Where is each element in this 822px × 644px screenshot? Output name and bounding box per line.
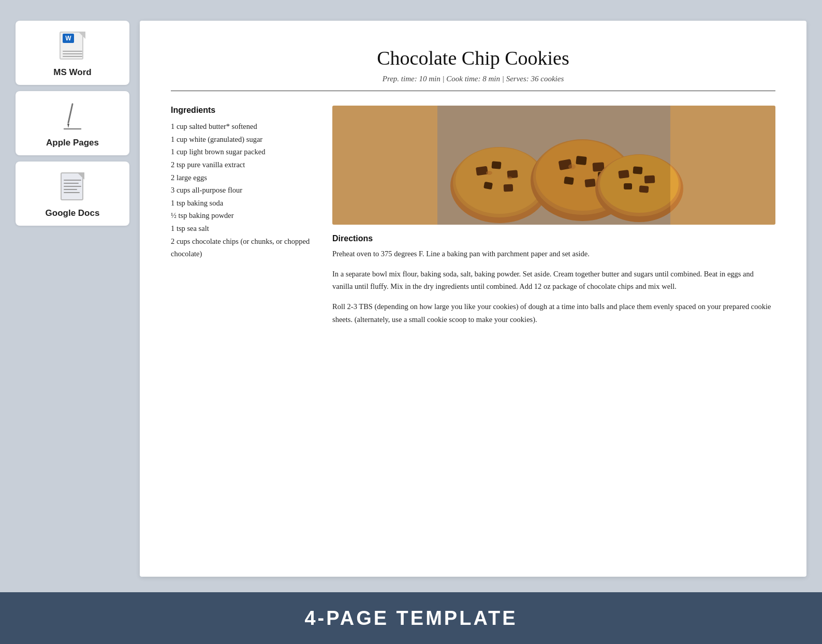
apple-pages-card[interactable]: Apple Pages [16, 91, 129, 155]
footer-banner: 4-PAGE TEMPLATE [0, 592, 822, 644]
ingredient-item: 1 tsp sea salt [171, 222, 316, 235]
directions-column: Directions Preheat oven to 375 degrees F… [332, 106, 775, 333]
recipe-title: Chocolate Chip Cookies [171, 47, 775, 69]
directions-paragraph: In a separate bowl mix flour, baking sod… [332, 268, 775, 293]
ingredient-item: 1 cup white (granulated) sugar [171, 133, 316, 146]
recipe-divider [171, 91, 775, 91]
svg-marker-1 [67, 124, 69, 128]
cookie-image [332, 106, 775, 225]
ingredient-item: 3 cups all-purpose flour [171, 184, 316, 197]
ingredient-item: 1 tsp baking soda [171, 197, 316, 210]
msword-icon-area: W [56, 30, 89, 63]
gdocs-label: Google Docs [46, 208, 100, 218]
msword-label: MS Word [53, 67, 91, 78]
directions-heading: Directions [332, 234, 775, 243]
pages-label: Apple Pages [46, 138, 99, 148]
directions-paragraph: Roll 2-3 TBS (depending on how large you… [332, 300, 775, 326]
recipe-meta: Prep. time: 10 min | Cook time: 8 min | … [171, 75, 775, 83]
directions-paragraphs: Preheat oven to 375 degrees F. Line a ba… [332, 247, 775, 326]
google-docs-card[interactable]: Google Docs [16, 162, 129, 226]
ingredients-list: 1 cup salted butter* softened1 cup white… [171, 120, 316, 260]
svg-line-0 [68, 104, 72, 123]
ingredients-column: Ingredients 1 cup salted butter* softene… [171, 106, 316, 333]
sidebar: W MS Word [16, 21, 129, 577]
ingredients-heading: Ingredients [171, 106, 316, 115]
gdocs-icon [61, 172, 84, 202]
pages-icon [61, 102, 84, 132]
ingredient-item: 1 cup light brown sugar packed [171, 145, 316, 158]
gdocs-icon-area [56, 171, 89, 204]
ingredient-item: 2 cups chocolate chips (or chunks, or ch… [171, 235, 316, 260]
msword-card[interactable]: W MS Word [16, 21, 129, 85]
pages-icon-area [56, 100, 89, 134]
recipe-body: Ingredients 1 cup salted butter* softene… [171, 106, 775, 333]
ingredient-item: 1 cup salted butter* softened [171, 120, 316, 133]
svg-rect-33 [437, 106, 670, 225]
recipe-document: Chocolate Chip Cookies Prep. time: 10 mi… [140, 21, 806, 577]
ingredient-item: ½ tsp baking powder [171, 209, 316, 222]
footer-text: 4-PAGE TEMPLATE [304, 607, 517, 630]
directions-paragraph: Preheat oven to 375 degrees F. Line a ba… [332, 247, 775, 260]
ingredient-item: 2 tsp pure vanilla extract [171, 158, 316, 171]
ingredient-item: 2 large eggs [171, 171, 316, 184]
msword-icon: W [60, 32, 85, 62]
